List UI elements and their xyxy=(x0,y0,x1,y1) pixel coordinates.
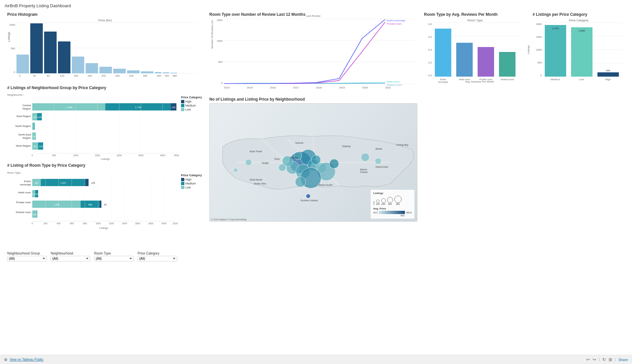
svg-text:40: 40 xyxy=(33,74,36,77)
price-category-select[interactable]: (All) xyxy=(138,256,177,261)
svg-text:1000: 1000 xyxy=(95,222,101,225)
svg-text:Changi Bay: Changi Bay xyxy=(396,144,408,146)
svg-text:2000: 2000 xyxy=(161,222,167,225)
svg-rect-196 xyxy=(571,27,592,77)
svg-text:1,367: 1,367 xyxy=(60,182,66,184)
time-y-ticks: 1500 1000 500 0 xyxy=(215,19,224,85)
svg-text:Marine: Marine xyxy=(360,168,367,171)
svg-text:91: 91 xyxy=(33,193,35,195)
svg-rect-4 xyxy=(30,23,43,73)
neighbourhood-select[interactable]: (All) xyxy=(51,256,90,261)
svg-text:Listings: Listings xyxy=(527,45,530,54)
grid-icon[interactable]: ⊞ xyxy=(609,357,612,362)
svg-text:320: 320 xyxy=(129,74,134,77)
svg-text:Bukit Timah: Bukit Timah xyxy=(250,150,262,153)
svg-rect-95 xyxy=(37,210,37,218)
svg-text:135: 135 xyxy=(33,116,37,118)
svg-text:163: 163 xyxy=(606,69,610,72)
svg-rect-5 xyxy=(44,32,57,73)
svg-rect-45 xyxy=(34,123,35,130)
avg-reviews-svg: Entire home/apt Hotel room Private room … xyxy=(433,23,522,84)
svg-text:Region: Region xyxy=(23,107,31,110)
price-cat-subtitle: Price Category xyxy=(533,19,625,22)
svg-rect-198 xyxy=(597,72,619,77)
svg-text:Bukit Merah: Bukit Merah xyxy=(250,179,262,181)
svg-text:Entire home/apt: Entire home/apt xyxy=(387,19,406,22)
room-type-select[interactable]: (All) xyxy=(94,256,134,261)
svg-text:95: 95 xyxy=(33,135,36,138)
svg-rect-44 xyxy=(32,123,34,130)
avg-reviews-y-axis: 0.8 0.6 0.4 0.2 0.0 xyxy=(424,23,433,77)
svg-text:Private room: Private room xyxy=(16,201,31,204)
svg-text:280: 280 xyxy=(115,74,120,77)
svg-text:2014: 2014 xyxy=(224,86,230,89)
footer: ⚙ View on Tableau Public ↩ ↪ | ↻ ⊞ | Sha… xyxy=(0,355,632,364)
avg-reviews-section: Room Type by Avg. Reviews Per Month Room… xyxy=(421,11,529,86)
svg-text:North-East: North-East xyxy=(18,133,31,136)
tableau-link[interactable]: View on Tableau Public xyxy=(10,358,43,361)
svg-rect-8 xyxy=(86,63,98,73)
map-legend: Listings 1 100 xyxy=(371,190,414,219)
time-y-label: Number Of Reviews Lim xyxy=(209,19,215,92)
svg-text:2021: 2021 xyxy=(385,86,391,89)
roomtype-legend: Price Category High Medium Low xyxy=(178,170,208,245)
svg-text:West Region: West Region xyxy=(16,144,31,147)
svg-rect-90 xyxy=(100,201,101,208)
svg-point-154 xyxy=(295,177,306,187)
share-button[interactable]: Share xyxy=(619,358,628,362)
svg-rect-14 xyxy=(163,72,169,73)
svg-text:50: 50 xyxy=(104,204,107,206)
svg-point-152 xyxy=(278,164,286,171)
svg-point-155 xyxy=(246,159,252,166)
refresh-icon[interactable]: ↻ xyxy=(602,357,606,362)
neighbourhood-group-select[interactable]: (All) xyxy=(7,256,47,261)
svg-text:1000: 1000 xyxy=(73,154,78,157)
svg-text:2019: 2019 xyxy=(339,86,345,89)
price-svg: 2,078 1,980 163 Medium Low High Listings xyxy=(543,23,622,88)
svg-text:3000: 3000 xyxy=(160,154,165,157)
svg-text:Marina South: Marina South xyxy=(319,184,332,186)
svg-text:1600: 1600 xyxy=(135,222,140,225)
svg-text:East Region: East Region xyxy=(16,115,31,118)
svg-text:0: 0 xyxy=(19,74,21,77)
map-copyright: © 2024 Mapbox © OpenStreetMap xyxy=(211,218,247,221)
svg-text:145: 145 xyxy=(171,106,175,109)
svg-rect-11 xyxy=(127,70,140,73)
time-chart-svg: Entire home/apt Private room Hotel room … xyxy=(224,19,415,91)
svg-text:1,980: 1,980 xyxy=(578,29,585,32)
map-title: No of Listings and Listing Price by Neig… xyxy=(209,97,417,102)
svg-text:2000: 2000 xyxy=(117,154,122,157)
svg-text:home/apt: home/apt xyxy=(438,81,448,84)
time-section: Room Type over Number of Review Last 12 … xyxy=(207,11,420,94)
avg-reviews-title: Room Type by Avg. Reviews Per Month xyxy=(424,12,526,17)
svg-text:2,078: 2,078 xyxy=(552,27,559,30)
svg-text:Shared room: Shared room xyxy=(16,211,31,214)
svg-text:2020: 2020 xyxy=(362,86,368,89)
filter-room-type: Room Type (All) xyxy=(94,252,134,261)
redo-icon[interactable]: ↪ xyxy=(592,357,596,362)
svg-rect-181 xyxy=(456,43,473,77)
svg-text:1200: 1200 xyxy=(109,222,114,225)
svg-text:Hotel room: Hotel room xyxy=(18,191,31,194)
svg-text:Bedok: Bedok xyxy=(376,148,382,150)
svg-text:Marina East: Marina East xyxy=(376,166,388,168)
svg-text:105: 105 xyxy=(91,182,95,184)
svg-point-159 xyxy=(306,194,310,198)
map-section: No of Listings and Listing Price by Neig… xyxy=(207,96,420,263)
svg-text:Entire: Entire xyxy=(24,180,31,183)
svg-text:Listings: Listings xyxy=(99,227,108,230)
svg-rect-194 xyxy=(545,25,566,77)
svg-text:North Region: North Region xyxy=(15,125,31,128)
neighborhood-svg: Neighbourho... Central Region 1,498 1,74… xyxy=(7,92,178,157)
svg-text:River: River xyxy=(275,158,280,160)
dashboard-title: AirBnB Property Listing Dashboard xyxy=(5,3,627,8)
svg-text:Novena: Novena xyxy=(295,142,303,144)
undo-icon[interactable]: ↩ xyxy=(586,357,590,362)
neighborhood-section: # Listings of Neighborhood Group by Pric… xyxy=(5,84,205,160)
listings-per-price-title: # Listings per Price Category xyxy=(533,12,625,17)
svg-text:Tanglin: Tanglin xyxy=(262,162,269,164)
svg-text:120: 120 xyxy=(60,74,65,77)
svg-text:160: 160 xyxy=(74,74,78,77)
histogram-svg: 0 40 80 120 160 200 240 280 320 360 400 xyxy=(16,23,198,77)
svg-text:133: 133 xyxy=(39,145,43,148)
